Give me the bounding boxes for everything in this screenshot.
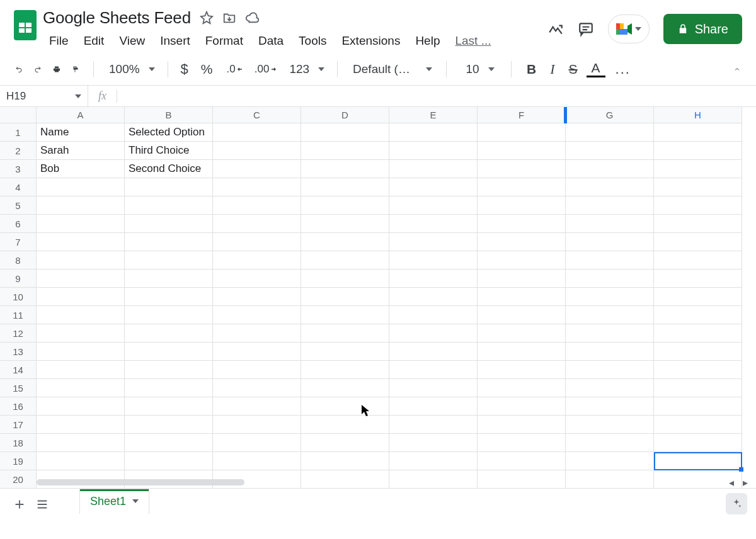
menu-view[interactable]: View [113, 31, 151, 50]
cell-A6[interactable] [37, 215, 125, 233]
cell-B6[interactable] [125, 215, 213, 233]
row-header[interactable]: 6 [0, 215, 37, 233]
format-percent[interactable]: % [195, 62, 219, 77]
cell-G17[interactable] [566, 416, 654, 434]
row-header[interactable]: 10 [0, 288, 37, 306]
cell-C5[interactable] [213, 196, 301, 215]
cell-F18[interactable] [478, 434, 566, 452]
move-folder-icon[interactable] [222, 11, 236, 25]
cell-D17[interactable] [301, 416, 389, 434]
cell-A11[interactable] [37, 306, 125, 324]
cell-G9[interactable] [566, 270, 654, 288]
select-all-corner[interactable] [0, 107, 37, 123]
name-box[interactable]: H19 [0, 86, 88, 106]
cell-A10[interactable] [37, 288, 125, 306]
cell-C18[interactable] [213, 434, 301, 452]
column-resize-handle[interactable] [564, 107, 567, 123]
document-title[interactable]: Google Sheets Feed [43, 8, 191, 28]
cell-H11[interactable] [654, 306, 742, 324]
cell-F16[interactable] [478, 397, 566, 416]
number-format-select[interactable]: 123 [284, 62, 327, 76]
star-icon[interactable] [200, 11, 214, 25]
cell-B9[interactable] [125, 270, 213, 288]
cell-H4[interactable] [654, 178, 742, 196]
cell-C13[interactable] [213, 343, 301, 361]
cell-A13[interactable] [37, 343, 125, 361]
cell-G19[interactable] [566, 452, 654, 470]
cell-D8[interactable] [301, 251, 389, 270]
menu-last-edit[interactable]: Last ... [449, 31, 497, 50]
cell-A18[interactable] [37, 434, 125, 452]
cell-A19[interactable] [37, 452, 125, 470]
cell-B14[interactable] [125, 361, 213, 379]
cell-C14[interactable] [213, 361, 301, 379]
cell-C17[interactable] [213, 416, 301, 434]
cell-C19[interactable] [213, 452, 301, 470]
font-size-select[interactable]: 10 [457, 62, 501, 76]
cell-F2[interactable] [478, 142, 566, 160]
strikethrough-button[interactable]: S [564, 62, 583, 77]
cell-F4[interactable] [478, 178, 566, 196]
cell-A3[interactable]: Bob [37, 160, 125, 178]
row-header[interactable]: 14 [0, 361, 37, 379]
cell-D11[interactable] [301, 306, 389, 324]
cell-D16[interactable] [301, 397, 389, 416]
cell-H2[interactable] [654, 142, 742, 160]
cell-D14[interactable] [301, 361, 389, 379]
font-family-select[interactable]: Default (Ari... [348, 62, 436, 76]
column-header-a[interactable]: A [37, 107, 125, 123]
cell-H17[interactable] [654, 416, 742, 434]
cell-E9[interactable] [389, 270, 478, 288]
cell-C1[interactable] [213, 123, 301, 142]
column-header-g[interactable]: G [566, 107, 654, 123]
cloud-status-icon[interactable] [245, 11, 259, 25]
row-header[interactable]: 7 [0, 233, 37, 251]
menu-data[interactable]: Data [252, 31, 290, 50]
meet-button[interactable] [608, 14, 650, 43]
explore-button[interactable] [726, 493, 747, 514]
cell-F1[interactable] [478, 123, 566, 142]
cell-G15[interactable] [566, 379, 654, 397]
cell-H3[interactable] [654, 160, 742, 178]
cell-B3[interactable]: Second Choice [125, 160, 213, 178]
row-header[interactable]: 9 [0, 270, 37, 288]
cell-A15[interactable] [37, 379, 125, 397]
cell-A8[interactable] [37, 251, 125, 270]
row-header[interactable]: 3 [0, 160, 37, 178]
row-header[interactable]: 19 [0, 452, 37, 470]
cell-H1[interactable] [654, 123, 742, 142]
format-currency[interactable]: $ [178, 61, 191, 77]
cell-F12[interactable] [478, 324, 566, 343]
cell-E14[interactable] [389, 361, 478, 379]
cell-A4[interactable] [37, 178, 125, 196]
cell-F14[interactable] [478, 361, 566, 379]
menu-tools[interactable]: Tools [292, 31, 333, 50]
print-icon[interactable] [49, 62, 64, 77]
cell-H5[interactable] [654, 196, 742, 215]
cell-B5[interactable] [125, 196, 213, 215]
cell-A16[interactable] [37, 397, 125, 416]
cell-F8[interactable] [478, 251, 566, 270]
cell-E13[interactable] [389, 343, 478, 361]
cell-C12[interactable] [213, 324, 301, 343]
cell-H7[interactable] [654, 233, 742, 251]
cell-B1[interactable]: Selected Option [125, 123, 213, 142]
decrease-decimal-icon[interactable]: .0 [223, 62, 247, 77]
cell-H10[interactable] [654, 288, 742, 306]
cell-E15[interactable] [389, 379, 478, 397]
column-header-d[interactable]: D [301, 107, 389, 123]
row-header[interactable]: 20 [0, 470, 37, 488]
cell-G1[interactable] [566, 123, 654, 142]
cell-G3[interactable] [566, 160, 654, 178]
sheets-logo[interactable] [8, 6, 43, 40]
cell-B17[interactable] [125, 416, 213, 434]
cell-B18[interactable] [125, 434, 213, 452]
undo-icon[interactable] [11, 62, 26, 77]
cell-G2[interactable] [566, 142, 654, 160]
cell-F17[interactable] [478, 416, 566, 434]
cell-B11[interactable] [125, 306, 213, 324]
cell-D13[interactable] [301, 343, 389, 361]
cell-G18[interactable] [566, 434, 654, 452]
cell-E7[interactable] [389, 233, 478, 251]
cell-C8[interactable] [213, 251, 301, 270]
